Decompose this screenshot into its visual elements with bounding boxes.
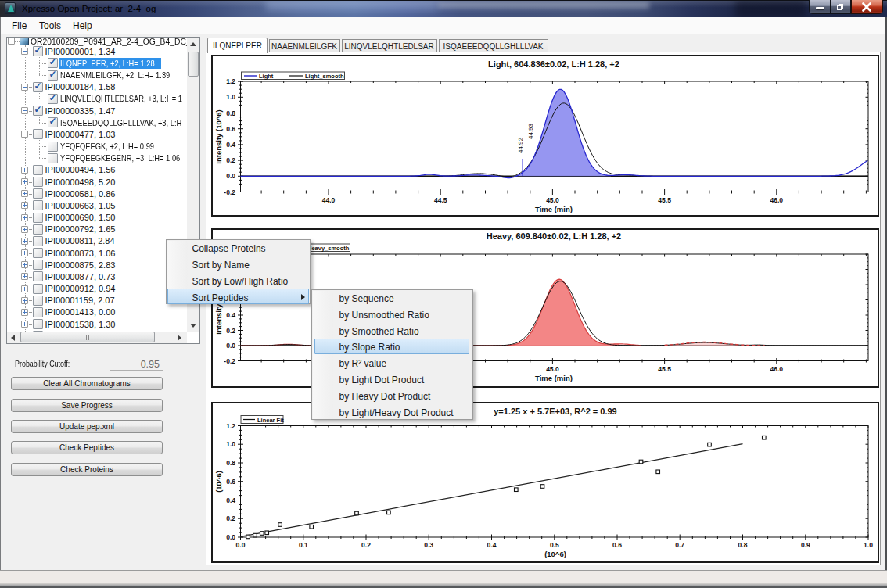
- svg-text:0.6: 0.6: [226, 125, 235, 133]
- svg-text:0.6: 0.6: [226, 478, 235, 486]
- svg-text:0.6: 0.6: [612, 541, 622, 549]
- svg-text:Heavy_smooth: Heavy_smooth: [307, 245, 350, 252]
- svg-text:Intensity (10^6): Intensity (10^6): [214, 109, 223, 163]
- svg-text:0.2: 0.2: [226, 156, 235, 164]
- svg-text:0.0: 0.0: [226, 533, 235, 541]
- svg-text:Linear Fit: Linear Fit: [257, 417, 284, 424]
- svg-text:0.4: 0.4: [226, 497, 235, 504]
- svg-text:45.5: 45.5: [658, 365, 671, 373]
- svg-text:Time (min): Time (min): [535, 205, 573, 213]
- svg-text:0.1: 0.1: [299, 541, 308, 549]
- svg-text:46.0: 46.0: [770, 196, 784, 204]
- svg-text:0.8: 0.8: [738, 541, 748, 549]
- svg-text:45.5: 45.5: [658, 196, 671, 204]
- svg-text:Heavy, 609.840±0.02, L:H 1.28,: Heavy, 609.840±0.02, L:H 1.28, +2: [487, 231, 621, 241]
- svg-text:46.0: 46.0: [770, 365, 784, 373]
- svg-text:0.0: 0.0: [236, 541, 246, 549]
- svg-text:-0.2: -0.2: [224, 188, 235, 196]
- svg-text:0.3: 0.3: [424, 541, 433, 549]
- svg-text:0.2: 0.2: [226, 514, 235, 522]
- svg-text:1.0: 1.0: [226, 440, 235, 448]
- svg-text:0.2: 0.2: [361, 541, 371, 549]
- svg-text:1.0: 1.0: [864, 541, 873, 549]
- svg-text:0.4: 0.4: [226, 311, 235, 319]
- svg-text:44.5: 44.5: [434, 196, 447, 204]
- svg-text:44.93: 44.93: [527, 123, 534, 139]
- svg-text:0.4: 0.4: [226, 141, 235, 149]
- svg-text:Light: Light: [259, 73, 274, 80]
- svg-text:0.5: 0.5: [550, 541, 559, 549]
- svg-text:0.8: 0.8: [226, 109, 235, 117]
- svg-text:1.2: 1.2: [226, 77, 235, 85]
- svg-text:Light, 604.836±0.02, L:H 1.28,: Light, 604.836±0.02, L:H 1.28, +2: [488, 59, 619, 69]
- svg-text:45.0: 45.0: [546, 196, 559, 204]
- svg-text:0.7: 0.7: [675, 541, 684, 549]
- svg-text:0.8: 0.8: [226, 459, 235, 467]
- svg-text:0.2: 0.2: [226, 327, 235, 335]
- svg-text:(10^6): (10^6): [214, 471, 223, 493]
- svg-text:(10^6): (10^6): [544, 550, 566, 558]
- svg-text:Time (min): Time (min): [535, 374, 573, 382]
- svg-text:1.2: 1.2: [226, 422, 235, 430]
- svg-text:0.0: 0.0: [226, 342, 235, 350]
- svg-text:0.9: 0.9: [801, 541, 810, 549]
- svg-text:Light_smooth: Light_smooth: [305, 73, 344, 80]
- svg-text:-0.2: -0.2: [224, 357, 235, 365]
- svg-text:44.92: 44.92: [517, 137, 524, 153]
- svg-text:0.4: 0.4: [487, 541, 497, 549]
- svg-text:1.0: 1.0: [226, 93, 235, 101]
- svg-text:y=1.25 x + 5.7E+03, R^2 = 0.99: y=1.25 x + 5.7E+03, R^2 = 0.99: [494, 407, 617, 416]
- svg-text:45.0: 45.0: [546, 365, 559, 373]
- svg-text:44.0: 44.0: [322, 196, 336, 204]
- svg-text:0.0: 0.0: [226, 172, 235, 180]
